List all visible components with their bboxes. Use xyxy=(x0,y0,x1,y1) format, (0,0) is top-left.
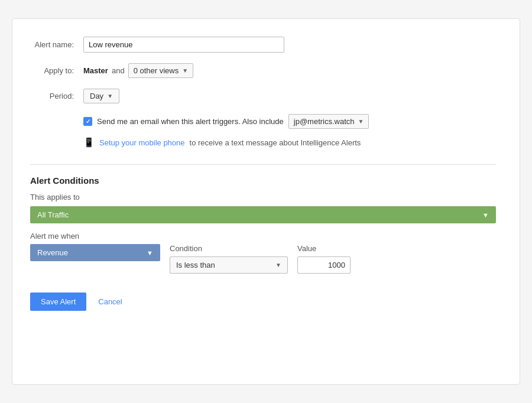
apply-to-label: Apply to: xyxy=(30,66,83,75)
period-row: Period: Day ▼ xyxy=(30,89,496,103)
alert-dialog: Alert name: Apply to: Master and 0 other… xyxy=(12,18,520,385)
condition-value: Is less than xyxy=(176,261,215,269)
phone-icon: 📱 xyxy=(83,137,95,148)
apply-and-text: and xyxy=(112,66,125,75)
email-dropdown[interactable]: jp@metrics.watch ▼ xyxy=(288,114,369,129)
mobile-rest-text: to receive a text message about Intellig… xyxy=(190,138,361,147)
alert-conditions-title: Alert Conditions xyxy=(30,176,496,186)
condition-label: Condition xyxy=(170,244,288,253)
buttons-row: Save Alert Cancel xyxy=(30,292,496,311)
chevron-down-icon: ▼ xyxy=(358,118,364,125)
alert-conditions-section: Alert Conditions This applies to All Tra… xyxy=(30,176,496,274)
apply-master-text: Master xyxy=(83,66,108,75)
chevron-down-icon: ▼ xyxy=(182,67,188,74)
all-traffic-label: All Traffic xyxy=(37,210,69,219)
email-row: Send me an email when this alert trigger… xyxy=(83,114,496,129)
period-dropdown[interactable]: Day ▼ xyxy=(83,89,119,103)
condition-col: Condition Is less than ▼ xyxy=(170,244,288,274)
mobile-setup-link[interactable]: Setup your mobile phone xyxy=(99,138,185,147)
condition-row: Revenue ▼ Condition Is less than ▼ Value xyxy=(30,244,496,274)
other-views-dropdown[interactable]: 0 other views ▼ xyxy=(128,63,194,78)
period-value: Day xyxy=(90,92,103,100)
alert-name-label: Alert name: xyxy=(30,40,83,49)
this-applies-to-label: This applies to xyxy=(30,193,496,202)
period-label: Period: xyxy=(30,92,83,100)
revenue-label: Revenue xyxy=(37,248,68,257)
alert-name-row: Alert name: xyxy=(30,37,496,53)
email-checkbox-text: Send me an email when this alert trigger… xyxy=(97,117,284,126)
mobile-row: 📱 Setup your mobile phone to receive a t… xyxy=(83,137,496,148)
alert-me-when-label: Alert me when xyxy=(30,232,496,240)
value-label: Value xyxy=(297,244,351,253)
divider xyxy=(30,164,496,165)
other-views-label: 0 other views xyxy=(134,66,179,75)
condition-select[interactable]: Is less than ▼ xyxy=(170,256,288,274)
chevron-down-icon: ▼ xyxy=(107,93,113,99)
revenue-col: Revenue ▼ xyxy=(30,244,160,261)
all-traffic-dropdown[interactable]: All Traffic ▼ xyxy=(30,206,496,223)
revenue-dropdown[interactable]: Revenue ▼ xyxy=(30,244,160,261)
chevron-down-icon: ▼ xyxy=(482,212,489,219)
save-alert-button[interactable]: Save Alert xyxy=(30,292,86,311)
alert-name-input[interactable] xyxy=(83,37,284,53)
email-address: jp@metrics.watch xyxy=(294,117,355,126)
value-input[interactable] xyxy=(297,256,351,274)
cancel-button[interactable]: Cancel xyxy=(96,292,124,311)
email-checkbox[interactable] xyxy=(83,117,92,126)
apply-to-content: Master and 0 other views ▼ xyxy=(83,63,193,78)
value-col: Value xyxy=(297,244,351,274)
chevron-down-icon: ▼ xyxy=(275,262,281,268)
chevron-down-icon: ▼ xyxy=(147,249,153,256)
apply-to-row: Apply to: Master and 0 other views ▼ xyxy=(30,63,496,78)
